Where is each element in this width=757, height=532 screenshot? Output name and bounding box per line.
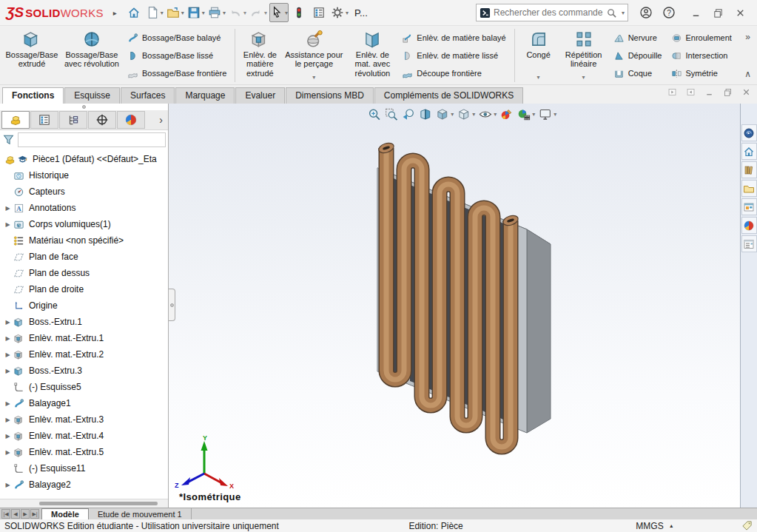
- zoom-area-button[interactable]: [383, 106, 399, 123]
- ribbon-button[interactable]: Enlèv. de matière lissé: [400, 50, 508, 62]
- scrollbar-thumb[interactable]: [39, 502, 158, 505]
- fm-part-tab[interactable]: [1, 111, 30, 129]
- tree-item[interactable]: ▶Enlèv. mat.-Extru.3: [0, 411, 168, 428]
- tree-item[interactable]: Plan de face: [0, 249, 168, 265]
- ribbon-button[interactable]: Congé▾: [519, 27, 558, 84]
- search-input[interactable]: [494, 7, 603, 18]
- tree-root-item[interactable]: Pièce1 (Défaut) <<Défaut>_Eta: [0, 151, 168, 167]
- ribbon-button[interactable]: Assistance pour le perçage▾: [281, 27, 346, 84]
- window-restore-button[interactable]: [707, 3, 729, 22]
- tree-item[interactable]: Plan de dessus: [0, 265, 168, 281]
- tree-item[interactable]: Capteurs: [0, 183, 168, 200]
- ribbon-button[interactable]: Symétrie: [669, 67, 734, 80]
- tree-item[interactable]: Origine: [0, 297, 168, 314]
- ribbon-button[interactable]: Bossage/Base extrudé: [4, 27, 60, 84]
- tree-item[interactable]: ▶Enlèv. mat.-Extru.2: [0, 346, 168, 363]
- tree-item[interactable]: ▶Boss.-Extru.1: [0, 314, 168, 330]
- appearance-sphere-button[interactable]: [499, 106, 514, 123]
- expand-arrow-icon[interactable]: ▶: [2, 400, 13, 407]
- expand-arrow-icon[interactable]: ▶: [2, 482, 13, 488]
- search-dropdown-arrow[interactable]: ▾: [622, 10, 625, 16]
- tab-surfaces[interactable]: Surfaces: [121, 87, 175, 104]
- taskpane-resources-button[interactable]: [741, 124, 757, 141]
- ribbon-overflow-button[interactable]: »: [745, 32, 750, 42]
- ribbon-button[interactable]: Bossage/Base frontière: [125, 67, 229, 80]
- save-button[interactable]: ▾: [186, 3, 206, 22]
- tab-evaluer[interactable]: Evaluer: [235, 87, 285, 104]
- eye-button[interactable]: ▾: [477, 106, 497, 123]
- panel-splitter-handle[interactable]: [0, 104, 168, 110]
- monitor-button[interactable]: ▾: [537, 106, 557, 123]
- ribbon-button[interactable]: Enlèv. de matière balayé: [400, 32, 508, 44]
- dropdown-arrow-icon[interactable]: ▾: [532, 111, 535, 118]
- tree-item[interactable]: Plan de droite: [0, 281, 168, 297]
- units-dropdown-arrow[interactable]: ▴: [670, 522, 673, 529]
- ribbon-button[interactable]: Répétition linéaire▾: [559, 27, 608, 84]
- menu-overflow[interactable]: P...: [351, 7, 371, 18]
- tree-item[interactable]: ▶Enlèv. mat.-Extru.4: [0, 428, 168, 444]
- new-doc-button[interactable]: ▾: [145, 3, 164, 22]
- ribbon-button[interactable]: Dépouille: [611, 50, 665, 62]
- doc-close-button[interactable]: [741, 87, 751, 100]
- account-button[interactable]: [636, 3, 655, 22]
- tree-item[interactable]: (-) Esquisse11: [0, 460, 168, 477]
- ribbon-button[interactable]: Enlèv. de mat. avec révolution: [348, 27, 397, 84]
- part-model[interactable]: [169, 104, 740, 508]
- doc-pane-left-button[interactable]: [667, 87, 677, 100]
- dropdown-arrow-icon[interactable]: ▾: [582, 75, 585, 81]
- doc-minimize-button[interactable]: [704, 87, 714, 100]
- block-side-face[interactable]: [527, 229, 551, 433]
- ribbon-button[interactable]: Intersection: [669, 50, 734, 62]
- fm-display-tab[interactable]: [117, 111, 145, 129]
- ribbon-button[interactable]: Bossage/Base avec révolution: [61, 27, 122, 84]
- dropdown-arrow-icon[interactable]: ▾: [451, 111, 454, 118]
- help-button[interactable]: ?: [659, 3, 678, 22]
- taskpane-explorer-button[interactable]: [741, 180, 757, 197]
- window-minimize-button[interactable]: [684, 3, 707, 22]
- dropdown-arrow-icon[interactable]: ▾: [243, 10, 246, 16]
- ribbon-button[interactable]: Coque: [611, 67, 665, 80]
- doc-pane-right-button[interactable]: [686, 87, 696, 100]
- undo-button[interactable]: ▾: [228, 3, 247, 22]
- tree-item[interactable]: ▶Balayage2: [0, 477, 168, 493]
- traffic-light-button[interactable]: [290, 3, 309, 22]
- expand-arrow-icon[interactable]: ▶: [2, 368, 13, 374]
- dropdown-arrow-icon[interactable]: ▾: [285, 10, 288, 16]
- fm-config-tab[interactable]: [59, 111, 87, 129]
- tree-item[interactable]: ▶AAnnotations: [0, 200, 168, 216]
- scene-button[interactable]: ▾: [516, 106, 536, 123]
- command-search[interactable]: ▾: [476, 4, 628, 21]
- tab-dimensions-mbd[interactable]: Dimensions MBD: [286, 87, 374, 104]
- taskpane-library-button[interactable]: [741, 161, 757, 178]
- logo-expand-arrow[interactable]: ▸: [107, 9, 123, 17]
- ribbon-button[interactable]: Bossage/Base lissé: [125, 50, 229, 62]
- expand-arrow-icon[interactable]: ▶: [2, 417, 13, 423]
- motion-nav-button-3[interactable]: ▶|: [30, 509, 39, 519]
- tab-esquisse[interactable]: Esquisse: [64, 87, 120, 104]
- taskpane-home-button[interactable]: [741, 143, 757, 160]
- motion-nav-button-0[interactable]: |◀: [1, 509, 10, 519]
- doc-restore-button[interactable]: [723, 87, 733, 100]
- dropdown-arrow-icon[interactable]: ▾: [202, 10, 205, 16]
- tree-horizontal-scrollbar[interactable]: [0, 499, 168, 508]
- dropdown-arrow-icon[interactable]: ▾: [312, 75, 315, 81]
- ribbon-button[interactable]: Découpe frontière: [400, 67, 508, 80]
- expand-arrow-icon[interactable]: ▶: [2, 221, 13, 228]
- graphics-viewport[interactable]: ▾▾▾▾▾ Y X Z *Isométrique: [169, 104, 740, 508]
- expand-arrow-icon[interactable]: ▶: [2, 319, 13, 326]
- panel-collapse-handle[interactable]: [169, 289, 175, 321]
- dropdown-arrow-icon[interactable]: ▾: [181, 10, 184, 16]
- print-button[interactable]: ▾: [207, 3, 226, 22]
- dropdown-arrow-icon[interactable]: ▾: [161, 10, 164, 16]
- units-label[interactable]: MMGS: [636, 521, 663, 531]
- tree-item[interactable]: ▶Balayage1: [0, 395, 168, 411]
- doc-tab-etude-de-mouvement-1[interactable]: Etude de mouvement 1: [89, 508, 192, 519]
- expand-arrow-icon[interactable]: ▶: [2, 449, 13, 456]
- expand-arrow-icon[interactable]: ▶: [2, 335, 13, 342]
- dropdown-arrow-icon[interactable]: ▾: [223, 10, 226, 16]
- ribbon-button[interactable]: Enroulement: [669, 32, 734, 44]
- display-style-button[interactable]: ▾: [456, 106, 476, 123]
- home-button[interactable]: [125, 3, 144, 22]
- gear-button[interactable]: ▾: [330, 3, 349, 22]
- orientation-button[interactable]: ▾: [434, 106, 454, 123]
